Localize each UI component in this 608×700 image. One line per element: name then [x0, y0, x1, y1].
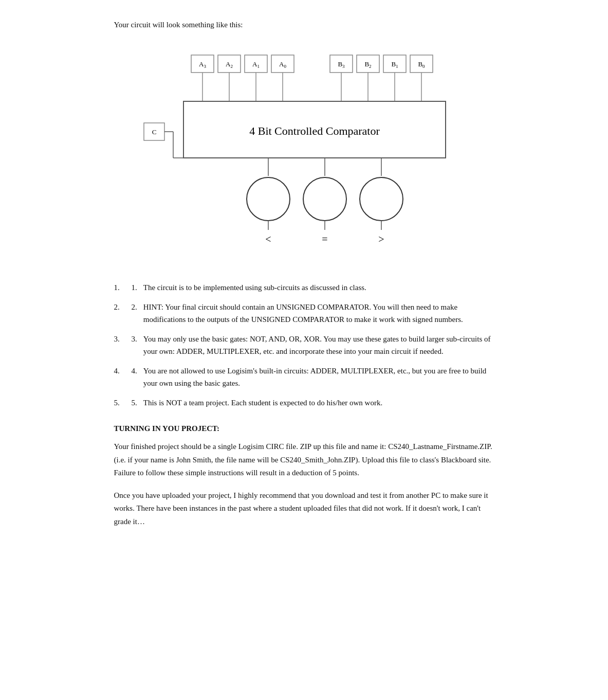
- svg-text:C: C: [152, 128, 156, 136]
- turning-in-heading: TURNING IN YOU PROJECT:: [114, 424, 494, 433]
- intro-text: Your circuit will look something like th…: [114, 21, 494, 29]
- instruction-num-3: 3.: [132, 333, 137, 357]
- instruction-text-3: You may only use the basic gates: NOT, A…: [143, 333, 494, 357]
- circuit-diagram: A3 A2 A1 A0 B3 B2 B1 B0 4 Bit: [130, 45, 479, 261]
- svg-point-35: [303, 177, 346, 221]
- instruction-num-5: 5.: [132, 397, 137, 409]
- instruction-item-4: 4. You are not allowed to use Logisim's …: [114, 365, 494, 389]
- instruction-item-5: 5. This is NOT a team project. Each stud…: [114, 397, 494, 409]
- instruction-item-3: 3. You may only use the basic gates: NOT…: [114, 333, 494, 357]
- svg-text:4 Bit Controlled Comparator: 4 Bit Controlled Comparator: [249, 124, 380, 137]
- turning-in-paragraph1: Your finished project should be a single…: [114, 440, 494, 480]
- instruction-text-1: The circuit is to be implemented using s…: [143, 281, 366, 294]
- svg-point-36: [360, 177, 403, 221]
- svg-point-34: [247, 177, 290, 221]
- instruction-num-1: 1.: [132, 281, 137, 294]
- svg-text:>: >: [378, 234, 384, 245]
- svg-text:<: <: [265, 234, 271, 245]
- svg-text:=: =: [322, 234, 327, 245]
- turning-in-paragraph2: Once you have uploaded your project, I h…: [114, 489, 494, 529]
- instructions-list: 1. The circuit is to be implemented usin…: [114, 281, 494, 409]
- instruction-text-4: You are not allowed to use Logisim's bui…: [143, 365, 494, 389]
- instruction-num-2: 2.: [132, 301, 137, 326]
- instruction-item-2: 2. HINT: Your final circuit should conta…: [114, 301, 494, 326]
- instruction-text-2: HINT: Your final circuit should contain …: [143, 301, 494, 326]
- instruction-item-1: 1. The circuit is to be implemented usin…: [114, 281, 494, 294]
- instruction-text-5: This is NOT a team project. Each student…: [143, 397, 382, 409]
- instruction-num-4: 4.: [132, 365, 137, 389]
